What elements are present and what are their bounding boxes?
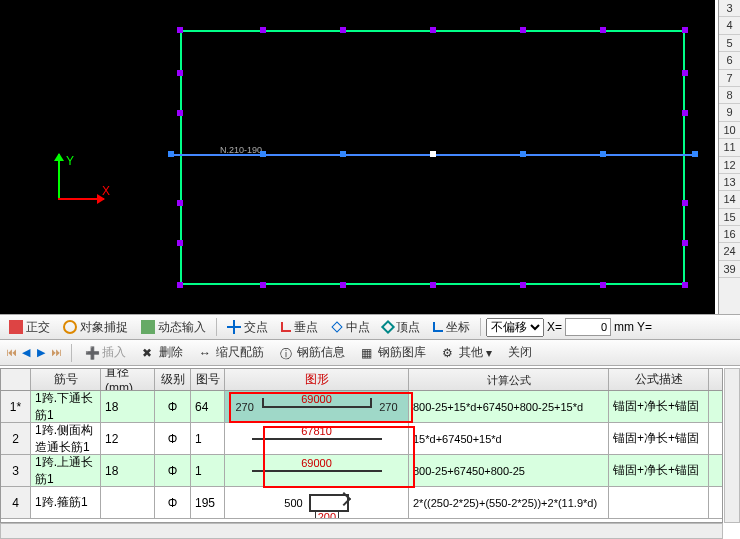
grip-icon[interactable] [260,27,266,33]
perpendicular-button[interactable]: 垂点 [276,317,323,338]
table-row[interactable]: 1*1跨.下通长筋118Φ6469000270270800-25+15*d+67… [1,391,722,423]
delete-button[interactable]: ✖删除 [137,342,188,363]
first-icon[interactable]: ⏮ [4,346,18,360]
cell-formula[interactable]: 15*d+67450+15*d [409,423,609,454]
grip-icon[interactable] [177,70,183,76]
vertical-scrollbar[interactable] [724,368,740,523]
drawing-canvas[interactable]: N.210-190 Y X [0,0,715,314]
grip-mid-icon[interactable] [520,151,526,157]
cell-dia[interactable]: 12 [101,423,155,454]
col-desc[interactable]: 公式描述 [609,369,709,390]
cell-dia[interactable]: 18 [101,455,155,486]
grip-icon[interactable] [260,282,266,288]
separator [216,318,217,336]
ortho-button[interactable]: 正交 [4,317,55,338]
cell-shape[interactable]: 69000 [225,455,409,486]
cell-grade[interactable]: Φ [155,455,191,486]
scale-rebar-button[interactable]: ↔缩尺配筋 [194,342,269,363]
row-num[interactable]: 4 [1,487,31,518]
scale-icon: ↔ [199,346,213,360]
other-button[interactable]: ⚙其他▾ [437,342,497,363]
close-button[interactable]: 关闭 [503,342,537,363]
grip-icon[interactable] [177,200,183,206]
grip-icon[interactable] [177,27,183,33]
cell-figno[interactable]: 1 [191,423,225,454]
grip-icon[interactable] [600,27,606,33]
cell-formula[interactable]: 800-25+15*d+67450+800-25+15*d [409,391,609,422]
rebar-info-button[interactable]: ⓘ钢筋信息 [275,342,350,363]
grip-center-icon[interactable] [430,151,436,157]
grip-icon[interactable] [682,282,688,288]
grip-mid-icon[interactable] [260,151,266,157]
horizontal-scrollbar[interactable] [0,523,723,539]
grip-mid-icon[interactable] [340,151,346,157]
cell-shape[interactable]: 500200 [225,487,409,518]
grip-icon[interactable] [520,282,526,288]
object-snap-button[interactable]: 对象捕捉 [58,317,133,338]
cell-grade[interactable]: Φ [155,423,191,454]
grip-end-icon[interactable] [168,151,174,157]
next-icon[interactable]: ▶ [34,346,48,360]
grip-icon[interactable] [340,27,346,33]
grip-icon[interactable] [682,110,688,116]
grip-icon[interactable] [682,70,688,76]
x-input[interactable] [565,318,611,336]
cell-desc[interactable] [609,487,709,518]
row-num[interactable]: 2 [1,423,31,454]
cell-figno[interactable]: 195 [191,487,225,518]
insert-button[interactable]: ➕插入 [80,342,131,363]
grip-icon[interactable] [682,240,688,246]
coord-button[interactable]: 坐标 [428,317,475,338]
col-formula[interactable]: 计算公式 [409,369,609,390]
cell-grade[interactable]: Φ [155,391,191,422]
cell-shape[interactable]: 67810 [225,423,409,454]
grip-end-icon[interactable] [692,151,698,157]
cell-name[interactable]: 1跨.上通长筋1 [31,455,101,486]
grip-icon[interactable] [340,282,346,288]
cell-desc[interactable]: 锚固+净长+锚固 [609,455,709,486]
offset-select[interactable]: 不偏移 [486,318,544,337]
cell-name[interactable]: 1跨.下通长筋1 [31,391,101,422]
cell-shape[interactable]: 69000270270 [225,391,409,422]
cell-formula[interactable]: 2*((250-2*25)+(550-2*25))+2*(11.9*d) [409,487,609,518]
vertex-button[interactable]: 顶点 [378,317,425,338]
grip-mid-icon[interactable] [600,151,606,157]
info-icon: ⓘ [280,346,294,360]
last-icon[interactable]: ⏭ [49,346,63,360]
table-row[interactable]: 31跨.上通长筋118Φ169000800-25+67450+800-25锚固+… [1,455,722,487]
grip-icon[interactable] [430,27,436,33]
grip-icon[interactable] [177,282,183,288]
table-row[interactable]: 41跨.箍筋1Φ1955002002*((250-2*25)+(550-2*25… [1,487,722,519]
grip-icon[interactable] [600,282,606,288]
col-figno[interactable]: 图号 [191,369,225,390]
rebar-library-button[interactable]: ▦钢筋图库 [356,342,431,363]
row-num[interactable]: 1* [1,391,31,422]
cell-desc[interactable]: 锚固+净长+锚固 [609,423,709,454]
cell-name[interactable]: 1跨.侧面构造通长筋1 [31,423,101,454]
dynamic-input-button[interactable]: 动态输入 [136,317,211,338]
cell-grade[interactable]: Φ [155,487,191,518]
row-num[interactable]: 3 [1,455,31,486]
grip-icon[interactable] [682,27,688,33]
col-shape[interactable]: 图形 [225,369,409,390]
prev-icon[interactable]: ◀ [19,346,33,360]
grip-icon[interactable] [520,27,526,33]
grip-icon[interactable] [682,200,688,206]
cell-formula[interactable]: 800-25+67450+800-25 [409,455,609,486]
cell-dia[interactable] [101,487,155,518]
edit-toolbar: ⏮ ◀ ▶ ⏭ ➕插入 ✖删除 ↔缩尺配筋 ⓘ钢筋信息 ▦钢筋图库 ⚙其他▾ 关… [0,340,740,366]
cell-dia[interactable]: 18 [101,391,155,422]
cell-figno[interactable]: 1 [191,455,225,486]
col-grade[interactable]: 级别 [155,369,191,390]
col-dia[interactable]: 直径(mm) [101,369,155,390]
cell-name[interactable]: 1跨.箍筋1 [31,487,101,518]
grip-icon[interactable] [177,240,183,246]
col-name[interactable]: 筋号 [31,369,101,390]
table-row[interactable]: 21跨.侧面构造通长筋112Φ16781015*d+67450+15*d锚固+净… [1,423,722,455]
cell-figno[interactable]: 64 [191,391,225,422]
cell-desc[interactable]: 锚固+净长+锚固 [609,391,709,422]
intersection-button[interactable]: 交点 [222,317,273,338]
midpoint-button[interactable]: 中点 [326,317,375,338]
grip-icon[interactable] [177,110,183,116]
grip-icon[interactable] [430,282,436,288]
